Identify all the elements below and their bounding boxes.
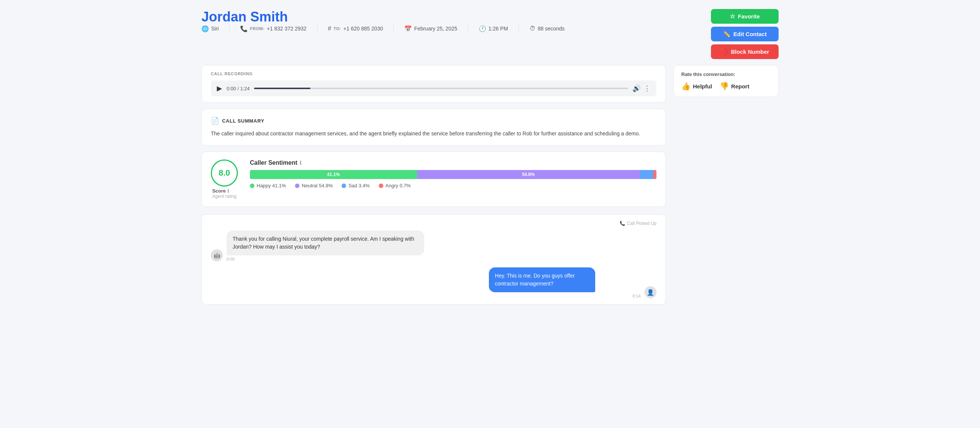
current-time: 0:00 / 1:24 [227,86,250,91]
score-info-icon[interactable]: ℹ [228,188,229,194]
divider [393,25,394,32]
dot-sad [342,184,346,188]
user-msg-wrapper: Hey. This is me. Do you guys offer contr… [489,267,641,298]
main-content: CALL RECORDING ▶ 0:00 / 1:24 🔊 ⋮ [201,65,779,305]
play-button[interactable]: ▶ [217,84,222,93]
legend-sad: Sad 3.4% [342,183,369,188]
meta-time-label: 1:26 PM [488,26,508,32]
right-panel: Rate this conversation: 👍 Helpful 👎 Repo… [673,65,779,305]
favorite-label: Favorite [738,13,760,19]
agent-time-1: 0:00 [227,257,509,261]
meta-from: 📞 FROM: +1 832 372 2932 [240,25,306,32]
meta-source-label: Siri [211,26,219,32]
agent-msg-wrapper: Thank you for calling Niural, your compl… [227,230,509,261]
page-container: Jordan Smith 🌐 Siri 📞 FROM: +1 832 372 2… [189,0,791,314]
sentiment-row: 8.0 Score ℹ Agent rating [211,160,657,199]
block-number-button[interactable]: 🚫 Block Number [711,45,779,59]
volume-button[interactable]: 🔊 [632,84,641,93]
edit-icon: ✏️ [723,30,730,38]
user-time-1: 0:14 [489,294,641,298]
system-message: 📞 Call Picked Up [211,221,657,226]
meta-to-label: TO: [333,26,341,31]
meta-duration-label: 88 seconds [538,26,565,32]
contact-name: Jordan Smith [201,9,565,25]
rate-actions: 👍 Helpful 👎 Report [681,81,771,91]
legend-angry: Angry 0.7% [379,183,411,188]
thumbs-up-icon: 👍 [681,81,690,91]
sentiment-info-icon[interactable]: ℹ [299,160,301,166]
user-bubble-1: Hey. This is me. Do you guys offer contr… [489,267,595,292]
score-circle: 8.0 [211,160,238,187]
report-button[interactable]: 👎 Report [720,81,749,91]
phone-icon: 📞 [240,25,248,32]
favorite-button[interactable]: ☆ Favorite [711,9,779,24]
user-text-1: Hey. This is me. Do you guys offer contr… [495,273,574,287]
score-labels: Score ℹ Agent rating [212,188,237,199]
document-icon: 📄 [211,117,219,125]
score-area: 8.0 Score ℹ Agent rating [211,160,238,199]
system-message-text: Call Picked Up [627,221,657,226]
dot-neutral [295,184,299,188]
chat-messages: 🤖 Thank you for calling Niural, your com… [211,230,657,298]
helpful-button[interactable]: 👍 Helpful [681,81,712,91]
progress-bar[interactable] [254,88,628,89]
score-value: 8.0 [219,169,230,177]
calendar-icon: 📅 [404,25,412,32]
divider [229,25,230,32]
call-recording-label: CALL RECORDING [211,72,657,76]
score-main-label: Score ℹ [212,188,237,194]
helpful-label: Helpful [693,83,712,89]
rate-card: Rate this conversation: 👍 Helpful 👎 Repo… [673,65,779,97]
meta-to: # TO: +1 620 885 2030 [328,25,383,32]
chat-container: 📞 Call Picked Up 🤖 Thank you for calling… [201,214,666,305]
divider [317,25,318,32]
rate-title: Rate this conversation: [681,72,771,77]
block-icon: 🚫 [720,48,728,55]
report-label: Report [731,83,749,89]
thumbs-down-icon: 👎 [720,81,729,91]
chat-message-user-1: 👤 Hey. This is me. Do you guys offer con… [211,267,657,298]
chat-message-agent-1: 🤖 Thank you for calling Niural, your com… [211,230,657,261]
edit-contact-button[interactable]: ✏️ Edit Contact [711,27,779,42]
divider [519,25,519,32]
summary-text: The caller inquired about contractor man… [211,129,657,137]
dot-happy [250,184,255,188]
agent-avatar: 🤖 [211,249,223,261]
contact-info: Jordan Smith 🌐 Siri 📞 FROM: +1 832 372 2… [201,9,565,40]
meta-from-number: +1 832 372 2932 [267,26,307,32]
hash-icon: # [328,25,331,32]
divider [468,25,468,32]
bar-neutral: 54.8% [417,170,640,179]
left-panel: CALL RECORDING ▶ 0:00 / 1:24 🔊 ⋮ [201,65,666,305]
edit-label: Edit Contact [733,31,767,37]
user-avatar: 👤 [644,286,657,298]
sentiment-legend: Happy 41.1% Neutral 54.8% Sad 3.4% [250,183,657,188]
more-options-button[interactable]: ⋮ [644,84,651,93]
call-summary-card: 📄 CALL SUMMARY The caller inquired about… [201,109,666,145]
bar-sad [640,170,654,179]
bar-angry [654,170,657,179]
sentiment-container: 8.0 Score ℹ Agent rating [201,152,666,207]
phone-pickup-icon: 📞 [620,221,625,226]
siri-icon: 🌐 [201,25,209,32]
progress-fill [254,88,310,89]
agent-bubble-1: Thank you for calling Niural, your compl… [227,230,424,256]
summary-header: 📄 CALL SUMMARY [211,117,657,125]
call-recording-card: CALL RECORDING ▶ 0:00 / 1:24 🔊 ⋮ [201,65,666,103]
sentiment-right: Caller Sentiment ℹ 41.1% 54.8% [250,160,657,188]
timer-icon: ⏱ [530,25,536,32]
bar-happy: 41.1% [250,170,417,179]
agent-text-1: Thank you for calling Niural, your compl… [232,236,414,250]
meta-row: 🌐 Siri 📞 FROM: +1 832 372 2932 # TO: +1 … [201,25,565,32]
audio-controls: 🔊 ⋮ [632,84,651,93]
meta-from-label: FROM: [250,26,264,31]
audio-player: ▶ 0:00 / 1:24 🔊 ⋮ [211,80,657,96]
header-actions: ☆ Favorite ✏️ Edit Contact 🚫 Block Numbe… [711,9,779,59]
block-label: Block Number [731,48,769,55]
clock-icon: 🕐 [479,25,486,32]
agent-icon: 🤖 [214,252,220,259]
meta-date: 📅 February 25, 2025 [404,25,457,32]
star-icon: ☆ [730,13,735,20]
legend-happy: Happy 41.1% [250,183,286,188]
summary-title: CALL SUMMARY [222,118,264,124]
